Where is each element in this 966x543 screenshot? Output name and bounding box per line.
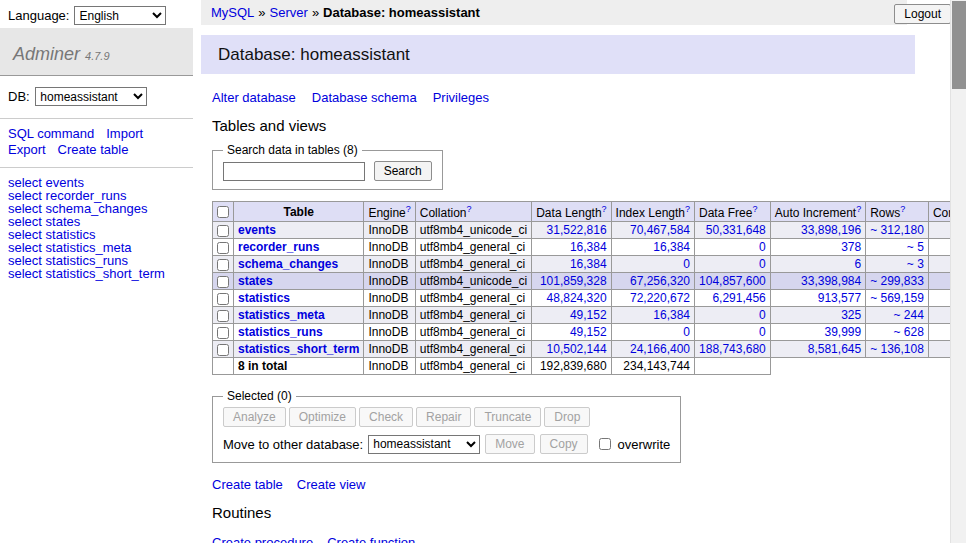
db-select[interactable]: homeassistant [35, 87, 147, 106]
logout-button[interactable]: Logout [894, 4, 951, 24]
data-length-link[interactable]: 16,384 [570, 257, 607, 271]
index-length-link[interactable]: 67,256,320 [630, 274, 690, 288]
table-name-link-statistics_meta[interactable]: statistics_meta [238, 308, 325, 322]
app-version[interactable]: 4.7.9 [85, 50, 109, 62]
help-icon[interactable]: ? [602, 204, 607, 214]
auto-increment-link[interactable]: 378 [841, 240, 861, 254]
row-checkbox-statistics_short_term[interactable] [217, 344, 229, 356]
auto-increment-link[interactable]: 325 [841, 308, 861, 322]
row-checkbox-recorder_runs[interactable] [217, 242, 229, 254]
row-checkbox-statistics_meta[interactable] [217, 310, 229, 322]
data-length-link[interactable]: 31,522,816 [547, 223, 607, 237]
rows-link[interactable]: ~ 136,108 [870, 342, 924, 356]
auto-increment-link[interactable]: 8,581,645 [808, 342, 861, 356]
index-length-link[interactable]: 24,166,400 [630, 342, 690, 356]
bulk-truncate-button[interactable]: Truncate [474, 407, 541, 427]
rows-link[interactable]: ~ 5 [907, 240, 924, 254]
table-name-link-statistics_runs[interactable]: statistics_runs [238, 325, 323, 339]
breadcrumb-link-server[interactable]: Server [270, 5, 308, 20]
sidebar-select-link-statistics_short_term[interactable]: select [8, 266, 42, 281]
data-free-link[interactable]: 0 [759, 308, 766, 322]
index-length-link[interactable]: 16,384 [653, 308, 690, 322]
bulk-drop-button[interactable]: Drop [544, 407, 590, 427]
index-length-link[interactable]: 16,384 [653, 240, 690, 254]
sidebar-table-link-statistics_short_term[interactable]: statistics_short_term [46, 266, 165, 281]
table-name-link-statistics_short_term[interactable]: statistics_short_term [238, 342, 359, 356]
app-name[interactable]: Adminer [13, 44, 80, 64]
rows-link[interactable]: ~ 3 [907, 257, 924, 271]
link-create-procedure[interactable]: Create procedure [212, 535, 313, 543]
data-length-link[interactable]: 10,502,144 [547, 342, 607, 356]
index-length-link[interactable]: 0 [683, 325, 690, 339]
help-icon[interactable]: ? [856, 204, 861, 214]
data-length-link[interactable]: 49,152 [570, 308, 607, 322]
bulk-optimize-button[interactable]: Optimize [289, 407, 356, 427]
rows-link[interactable]: ~ 244 [894, 308, 924, 322]
link-create-view[interactable]: Create view [297, 477, 366, 492]
row-checkbox-statistics[interactable] [217, 293, 229, 305]
index-length-link[interactable]: 70,467,584 [630, 223, 690, 237]
link-create-function[interactable]: Create function [327, 535, 415, 543]
data-free-link[interactable]: 6,291,456 [712, 291, 765, 305]
vertical-scrollbar[interactable] [950, 0, 966, 543]
search-input[interactable] [223, 162, 365, 181]
sidebar-link-import[interactable]: Import [106, 126, 143, 141]
help-icon[interactable]: ? [685, 204, 690, 214]
breadcrumb-link-mysql[interactable]: MySQL [211, 5, 254, 20]
overwrite-checkbox[interactable] [599, 438, 611, 450]
data-length-link[interactable]: 49,152 [570, 325, 607, 339]
auto-increment-link[interactable]: 39,999 [824, 325, 861, 339]
bulk-check-button[interactable]: Check [359, 407, 413, 427]
table-name-link-events[interactable]: events [238, 223, 276, 237]
nav-link-database-schema[interactable]: Database schema [312, 90, 417, 105]
move-button[interactable]: Move [485, 434, 534, 454]
table-name-link-statistics[interactable]: statistics [238, 291, 290, 305]
index-length-link[interactable]: 72,220,672 [630, 291, 690, 305]
bulk-analyze-button[interactable]: Analyze [223, 407, 286, 427]
data-free-link[interactable]: 104,857,600 [699, 274, 766, 288]
auto-increment-link[interactable]: 6 [854, 257, 861, 271]
index-length-link[interactable]: 0 [683, 257, 690, 271]
data-free-link[interactable]: 0 [759, 240, 766, 254]
row-checkbox-statistics_runs[interactable] [217, 327, 229, 339]
data-length-link[interactable]: 101,859,328 [540, 274, 607, 288]
auto-increment-link[interactable]: 913,577 [818, 291, 861, 305]
rows-link[interactable]: ~ 299,833 [870, 274, 924, 288]
bulk-repair-button[interactable]: Repair [416, 407, 471, 427]
table-name-link-recorder_runs[interactable]: recorder_runs [238, 240, 319, 254]
scrollbar-thumb[interactable] [952, 1, 966, 89]
data-length-cell: 16,384 [532, 239, 611, 256]
search-button[interactable]: Search [374, 161, 432, 181]
sidebar-link-sql-command[interactable]: SQL command [8, 126, 94, 141]
engine-cell: InnoDB [364, 239, 415, 256]
language-select[interactable]: English [74, 6, 166, 25]
sidebar-link-create-table[interactable]: Create table [58, 142, 129, 157]
data-free-link[interactable]: 0 [759, 325, 766, 339]
row-checkbox-states[interactable] [217, 276, 229, 288]
data-length-link[interactable]: 16,384 [570, 240, 607, 254]
select-all-checkbox[interactable] [217, 206, 229, 218]
row-checkbox-events[interactable] [217, 225, 229, 237]
data-free-link[interactable]: 188,743,680 [699, 342, 766, 356]
nav-link-privileges[interactable]: Privileges [433, 90, 489, 105]
rows-link[interactable]: ~ 312,180 [870, 223, 924, 237]
help-icon[interactable]: ? [406, 204, 411, 214]
data-length-link[interactable]: 48,824,320 [547, 291, 607, 305]
move-db-select[interactable]: homeassistant [368, 435, 480, 454]
data-free-link[interactable]: 50,331,648 [706, 223, 766, 237]
help-icon[interactable]: ? [466, 204, 471, 214]
rows-link[interactable]: ~ 628 [894, 325, 924, 339]
help-icon[interactable]: ? [752, 204, 757, 214]
help-icon[interactable]: ? [900, 204, 905, 214]
table-name-link-schema_changes[interactable]: schema_changes [238, 257, 338, 271]
copy-button[interactable]: Copy [540, 434, 588, 454]
sidebar-link-export[interactable]: Export [8, 142, 46, 157]
nav-link-alter-database[interactable]: Alter database [212, 90, 296, 105]
data-free-link[interactable]: 0 [759, 257, 766, 271]
auto-increment-link[interactable]: 33,398,984 [801, 274, 861, 288]
table-name-link-states[interactable]: states [238, 274, 273, 288]
link-create-table[interactable]: Create table [212, 477, 283, 492]
auto-increment-link[interactable]: 33,898,196 [801, 223, 861, 237]
row-checkbox-schema_changes[interactable] [217, 259, 229, 271]
rows-link[interactable]: ~ 569,159 [870, 291, 924, 305]
